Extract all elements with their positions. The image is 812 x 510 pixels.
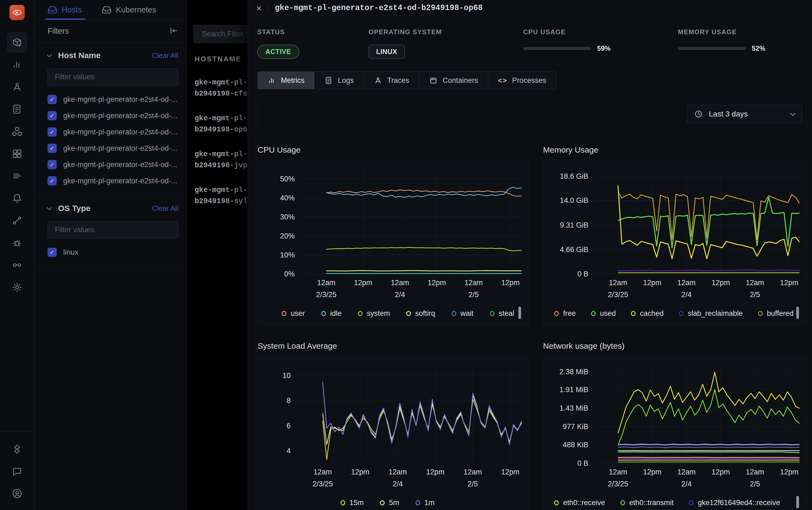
legend-item[interactable]: 1m [416, 499, 435, 507]
cpu-usage-chart-block: CPU Usage 0%10%20%30%40%50% 12am2/3/2512… [258, 145, 529, 325]
table-row[interactable]: gke-mgmt-pl-gb2949198-cfsw [194, 77, 252, 100]
checkbox-checked-icon[interactable]: ✓ [48, 176, 57, 186]
legend-item[interactable]: 5m [380, 499, 399, 507]
host-name-option[interactable]: ✓ gke-mgmt-pl-generator-e2st4-od-... [48, 160, 178, 169]
host-detail-drawer: × gke-mgmt-pl-generator-e2st4-od-b294919… [248, 0, 812, 510]
legend-item[interactable]: user [282, 309, 305, 318]
legend-item[interactable]: system [358, 309, 390, 318]
table-row[interactable]: gke-mgmt-pl-gb2949198-jvp1 [194, 149, 252, 171]
table-row[interactable]: gke-mgmt-pl-gb2949198-op68 [194, 113, 252, 135]
tab-containers[interactable]: Containers [419, 72, 488, 89]
time-range-value: Last 3 days [709, 110, 791, 118]
close-icon[interactable]: × [256, 3, 262, 13]
chevron-down-icon[interactable] [47, 52, 52, 57]
tab-metrics[interactable]: Metrics [257, 72, 314, 89]
system-load-chart-block: System Load Average 46810 12am2/3/2512pm… [258, 341, 529, 510]
checkbox-checked-icon[interactable]: ✓ [48, 248, 57, 257]
nav-exceptions[interactable] [7, 233, 27, 253]
chart-title: Network usage (bytes) [543, 341, 807, 350]
os-type-option-linux[interactable]: ✓ linux [48, 248, 178, 257]
host-name-option[interactable]: ✓ gke-mgmt-pl-generator-e2st4-od-... [48, 144, 178, 153]
tab-traces[interactable]: Traces [364, 72, 420, 89]
nav-traces[interactable] [7, 77, 27, 97]
checkbox-checked-icon[interactable]: ✓ [48, 160, 57, 169]
filter-section-os-type: OS Type Clear All Filter values ✓ linux [34, 196, 186, 267]
legend-item[interactable]: gke12f61649ed4::receive [689, 499, 780, 507]
nav-service-map[interactable] [7, 211, 27, 230]
cpu-usage-value: 59% [597, 45, 611, 52]
network-usage-chart-block: Network usage (bytes) 0 B488 KiB977 KiB1… [543, 341, 807, 510]
time-range-section: Last 3 days [257, 98, 806, 130]
legend-item[interactable]: used [591, 309, 616, 318]
tab-hosts[interactable]: Hosts [48, 0, 82, 20]
filters-panel: Hosts Kubernetes Filters Host Name Clear… [34, 0, 187, 510]
list-view-tabs: Hosts Kubernetes [34, 0, 186, 20]
checkbox-checked-icon[interactable]: ✓ [48, 128, 57, 137]
system-load-chart[interactable]: 46810 12am2/3/2512pm12am2/412pm12am2/512… [258, 356, 529, 510]
nav-rail [0, 0, 34, 510]
nav-list-view[interactable] [7, 166, 27, 186]
cpu-usage-chart[interactable]: 0%10%20%30%40%50% 12am2/3/2512pm12am2/41… [258, 160, 529, 325]
clock-icon [694, 110, 703, 118]
host-name-option[interactable]: ✓ gke-mgmt-pl-generator-e2st4-od-... [48, 95, 178, 104]
nav-support[interactable] [7, 462, 27, 481]
tab-hosts-label: Hosts [62, 5, 82, 15]
legend-item[interactable]: eth0::transmit [621, 499, 674, 507]
nav-settings[interactable] [7, 278, 27, 297]
checkbox-checked-icon[interactable]: ✓ [48, 111, 57, 120]
host-name-clear-all[interactable]: Clear All [152, 51, 178, 60]
nav-account[interactable] [7, 484, 27, 504]
nav-dashboards[interactable] [7, 144, 27, 164]
nav-integrations[interactable] [7, 440, 27, 459]
legend-item[interactable]: buffered [758, 309, 794, 318]
legend-item[interactable]: idle [321, 309, 342, 318]
nav-metrics[interactable] [7, 55, 27, 75]
tab-processes[interactable]: <> Processes [488, 72, 557, 89]
legend-scrollbar[interactable] [518, 307, 521, 319]
hosts-search-placeholder: Search Filter : s [202, 30, 253, 38]
nav-logs[interactable] [7, 100, 27, 119]
legend-item[interactable]: slab_reclaimable [679, 309, 743, 318]
status-label: STATUS [257, 28, 368, 36]
legend-item[interactable]: steal [490, 309, 514, 318]
legend-scrollbar[interactable] [796, 307, 799, 319]
tab-logs[interactable]: Logs [314, 72, 364, 89]
host-name-option[interactable]: ✓ gke-mgmt-pl-generator-e2st4-od-... [48, 111, 178, 120]
time-range-select[interactable]: Last 3 days [687, 105, 802, 123]
os-type-clear-all[interactable]: Clear All [152, 204, 178, 213]
legend-scrollbar[interactable] [796, 496, 799, 508]
collapse-filters-icon[interactable] [169, 26, 178, 36]
hostname-column-header: HOSTNAME [194, 55, 242, 63]
chevron-down-icon[interactable] [47, 205, 52, 210]
host-name-option[interactable]: ✓ gke-mgmt-pl-generator-e2st4-od-... [48, 128, 178, 137]
drawer-header: × gke-mgmt-pl-generator-e2st4-od-b294919… [248, 0, 812, 16]
checkbox-checked-icon[interactable]: ✓ [48, 95, 57, 104]
legend-item[interactable]: wait [452, 309, 474, 318]
network-usage-chart[interactable]: 0 B488 KiB977 KiB1.43 MiB1.91 MiB2.38 Mi… [543, 356, 807, 510]
filters-title: Filters [48, 27, 69, 35]
nav-alerts[interactable] [7, 189, 27, 208]
os-badge: LINUX [368, 45, 405, 59]
host-name-filter-input[interactable]: Filter values [48, 68, 178, 86]
divider [268, 4, 268, 12]
table-row[interactable]: gke-mgmt-pl-gb2949198-syl5 [194, 185, 252, 207]
host-name-section-label[interactable]: Host Name [58, 51, 152, 60]
nav-infrastructure[interactable] [7, 122, 27, 141]
legend-item[interactable]: softirq [406, 309, 435, 318]
host-name-option[interactable]: ✓ gke-mgmt-pl-generator-e2st4-od-... [48, 176, 178, 186]
nav-get-started[interactable] [7, 33, 27, 52]
legend-item[interactable]: free [554, 309, 576, 318]
legend-item[interactable]: eth0::receive [554, 499, 605, 507]
nav-messaging-queues[interactable] [7, 255, 27, 275]
filters-header: Filters [34, 20, 186, 42]
checkbox-checked-icon[interactable]: ✓ [48, 144, 57, 153]
memory-usage-chart[interactable]: 0 B4.66 GiB9.31 GiB14.0 GiB18.6 GiB 12am… [543, 160, 807, 325]
os-type-filter-input[interactable]: Filter values [48, 221, 178, 238]
legend-item[interactable]: 15m [340, 499, 364, 507]
tab-kubernetes[interactable]: Kubernetes [102, 0, 156, 20]
hostname-rows: gke-mgmt-pl-gb2949198-cfsw gke-mgmt-pl-g… [194, 77, 252, 207]
signoz-logo-icon[interactable] [9, 5, 25, 20]
legend-item[interactable]: cached [631, 309, 664, 318]
os-type-section-label[interactable]: OS Type [58, 204, 152, 213]
chart-legend: free used cached slab_reclaimable buffer… [547, 305, 800, 321]
